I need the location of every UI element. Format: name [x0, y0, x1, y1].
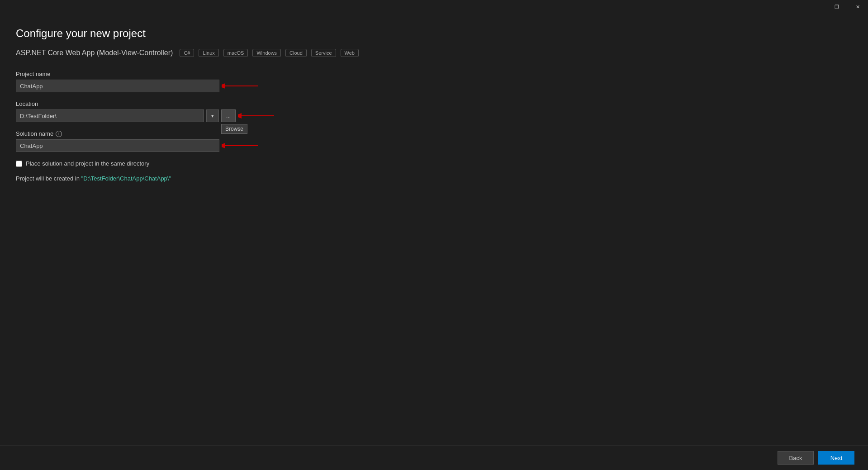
project-name-label: Project name	[16, 71, 852, 77]
project-path-prefix: Project will be created in	[16, 175, 81, 182]
arrow-solution-name	[222, 141, 260, 150]
location-input[interactable]	[16, 109, 204, 122]
bottom-bar: Back Next	[0, 445, 868, 470]
location-label: Location	[16, 100, 852, 107]
project-type-row: ASP.NET Core Web App (Model-View-Control…	[16, 49, 852, 57]
minimize-button[interactable]: ─	[806, 0, 826, 14]
same-directory-checkbox[interactable]	[16, 161, 22, 167]
arrow-project-name	[222, 81, 260, 90]
tag-macos: macOS	[223, 49, 248, 57]
browse-btn-container: ... Browse	[221, 109, 236, 122]
arrow-location	[238, 111, 276, 120]
back-button[interactable]: Back	[778, 451, 814, 465]
title-bar: ─ ❐ ✕	[806, 0, 868, 14]
solution-name-section: Solution name i	[16, 130, 852, 152]
project-name-section: Project name	[16, 71, 852, 92]
tag-linux: Linux	[199, 49, 218, 57]
same-directory-label: Place solution and project in the same d…	[26, 160, 149, 167]
tag-csharp: C#	[180, 49, 194, 57]
location-row: ▾ ... Browse	[16, 109, 236, 122]
tag-windows: Windows	[252, 49, 281, 57]
tag-web: Web	[341, 49, 359, 57]
page-title: Configure your new project	[16, 27, 852, 40]
location-dropdown-btn[interactable]: ▾	[206, 109, 219, 122]
solution-name-input[interactable]	[16, 139, 219, 152]
close-button[interactable]: ✕	[847, 0, 868, 14]
tag-cloud: Cloud	[285, 49, 307, 57]
restore-button[interactable]: ❐	[826, 0, 847, 14]
solution-name-info-icon[interactable]: i	[56, 131, 62, 137]
browse-tooltip: Browse	[221, 124, 247, 134]
checkbox-row: Place solution and project in the same d…	[16, 160, 852, 167]
location-section: Location ▾ ... Browse	[16, 100, 852, 122]
next-button[interactable]: Next	[818, 451, 854, 465]
project-name-input[interactable]	[16, 80, 219, 92]
main-content: Configure your new project ASP.NET Core …	[0, 14, 868, 470]
project-type-name: ASP.NET Core Web App (Model-View-Control…	[16, 49, 173, 57]
project-path-value: "D:\TestFolder\ChatApp\ChatApp\"	[81, 175, 171, 182]
tag-service: Service	[311, 49, 336, 57]
solution-name-label: Solution name i	[16, 130, 852, 137]
project-path: Project will be created in "D:\TestFolde…	[16, 175, 852, 182]
browse-button[interactable]: ...	[221, 109, 236, 122]
